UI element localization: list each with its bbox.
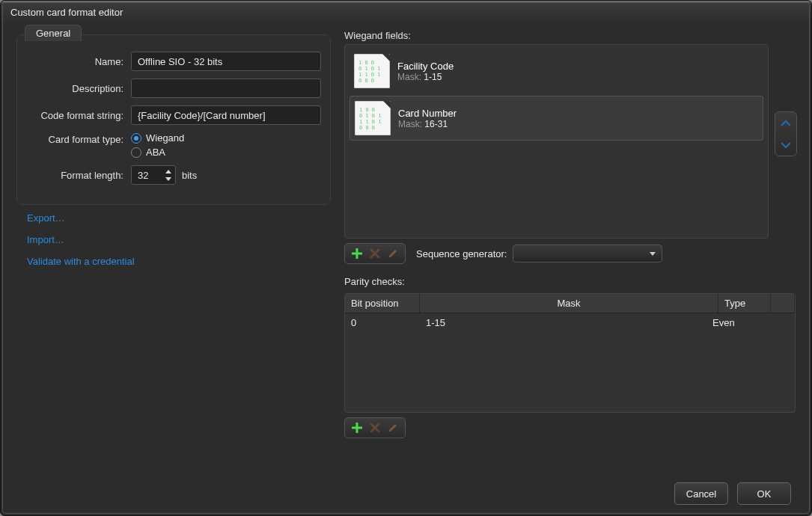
window-frame: Custom card format editor General Name: … [0,0,812,516]
row-code-format: Code format string: [26,105,321,125]
sequence-generator-combo[interactable] [513,245,662,262]
label-format-length: Format length: [26,170,131,181]
wiegand-fields-panel: 1 0 00 1 0 11 1 0 10 0 0 Facility Code M… [344,44,769,239]
delete-field-button[interactable] [366,245,384,262]
radio-aba-indicator [131,147,141,158]
field-title: Facility Code [397,61,454,72]
label-format-type: Card format type: [26,132,131,145]
body: General Name: Description: Code format s… [3,24,809,474]
radio-wiegand-label: Wiegand [146,132,184,144]
reorder-buttons [775,111,797,156]
parity-panel: Bit position Mask Type 0 1-15 Even [344,293,796,413]
chevron-down-icon [781,141,791,149]
description-input[interactable] [131,79,321,98]
pencil-icon [388,423,398,433]
wiegand-field-item[interactable]: 1 0 00 1 0 11 1 0 10 0 0 Facility Code M… [349,49,763,93]
mask-label: Mask: [398,119,422,129]
radio-aba[interactable]: ABA [131,147,184,158]
add-field-button[interactable] [348,245,366,262]
plus-icon [352,248,362,259]
sequence-generator-label: Sequence generator: [416,248,507,259]
cell-pad [765,317,789,328]
format-type-radios: Wiegand ABA [131,132,184,158]
field-title: Card Number [398,108,457,119]
delete-parity-button[interactable] [366,420,384,436]
footer: Cancel OK [3,474,809,513]
wiegand-tool-buttons [344,243,406,264]
sequence-generator-row: Sequence generator: [416,245,662,262]
x-icon [370,423,380,433]
row-format-type: Card format type: Wiegand ABA [26,132,321,158]
window-title: Custom card format editor [3,3,809,24]
validate-link[interactable]: Validate with a credential [27,256,331,267]
export-link[interactable]: Export… [27,212,331,224]
col-type[interactable]: Type [718,294,771,313]
mask-value: 16-31 [424,119,448,129]
add-parity-button[interactable] [348,420,366,436]
parity-body: 0 1-15 Even [345,313,795,412]
card-data-icon: 1 0 00 1 0 11 1 0 10 0 0 [354,54,390,88]
format-length-value: 32 [138,170,148,181]
radio-wiegand-indicator [131,133,141,144]
general-tab[interactable]: General [25,25,82,41]
label-code-format: Code format string: [26,110,131,121]
window-inner: Custom card format editor General Name: … [2,2,810,514]
bits-unit: bits [182,170,197,181]
move-down-button[interactable] [775,134,796,156]
ok-button[interactable]: OK [737,482,791,505]
cell-bit: 0 [351,317,426,328]
chevron-up-icon [781,120,791,127]
col-padding [771,294,795,313]
row-format-length: Format length: 32 bits [26,165,321,185]
left-column: General Name: Description: Code format s… [16,30,331,468]
cell-mask: 1-15 [426,317,712,328]
edit-field-button[interactable] [384,245,402,262]
label-name: Name: [26,56,131,67]
mask-label: Mask: [397,72,421,82]
card-data-icon: 1 0 00 1 0 11 1 0 10 0 0 [355,101,391,135]
parity-tool-buttons [344,417,406,438]
wiegand-fields-label: Wiegand fields: [344,30,796,41]
pencil-icon [388,248,398,259]
wiegand-field-item[interactable]: 1 0 00 1 0 11 1 0 10 0 0 Card Number Mas… [349,96,763,141]
mask-value: 1-15 [424,72,442,82]
radio-aba-label: ABA [146,147,165,158]
parity-checks-label: Parity checks: [344,276,796,287]
right-column: Wiegand fields: 1 0 00 1 0 11 1 0 10 0 0… [344,30,796,468]
wiegand-toolbar: Sequence generator: [344,243,796,264]
row-description: Description: [26,79,321,98]
cancel-button[interactable]: Cancel [674,482,728,505]
row-name: Name: [26,52,321,71]
stepper-up-icon[interactable] [163,168,174,175]
table-row[interactable]: 0 1-15 Even [345,313,795,332]
move-up-button[interactable] [775,112,796,134]
general-group: General Name: Description: Code format s… [16,34,331,205]
x-icon [370,248,380,259]
stepper-down-icon[interactable] [163,175,174,182]
plus-icon [352,423,362,433]
label-description: Description: [26,83,131,94]
format-length-stepper[interactable]: 32 [131,165,176,185]
parity-toolbar [344,417,796,438]
parity-header: Bit position Mask Type [345,294,795,313]
col-bit-position[interactable]: Bit position [345,294,420,313]
import-link[interactable]: Import… [27,234,331,245]
col-mask[interactable]: Mask [420,294,718,313]
edit-parity-button[interactable] [384,420,402,436]
radio-wiegand[interactable]: Wiegand [131,132,184,144]
code-format-input[interactable] [131,105,321,125]
cell-type: Even [712,317,765,328]
name-input[interactable] [131,52,321,71]
